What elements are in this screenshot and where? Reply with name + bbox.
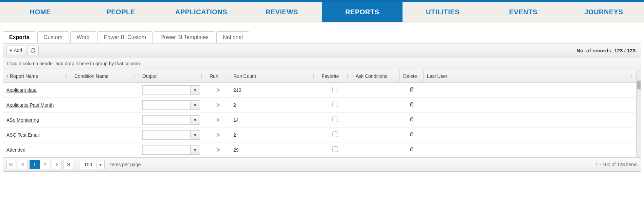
col-condition-name[interactable]: Condition Name ⋮ bbox=[71, 70, 139, 82]
ask-conditions-cell bbox=[352, 133, 400, 137]
report-name-link[interactable]: Applicant data bbox=[6, 87, 37, 93]
col-last-user[interactable]: Last User ⋮ bbox=[424, 70, 636, 82]
trash-icon[interactable] bbox=[409, 87, 414, 92]
last-user-cell bbox=[424, 88, 634, 92]
column-menu-icon[interactable]: ⋮ bbox=[132, 73, 137, 79]
page-size-value: 100 bbox=[80, 160, 96, 169]
play-icon[interactable] bbox=[215, 117, 221, 123]
chevron-down-icon[interactable]: ▾ bbox=[190, 116, 200, 124]
tab[interactable]: Custom bbox=[37, 31, 69, 43]
col-report-name[interactable]: ↑ Report Name ⋮ bbox=[3, 70, 71, 82]
output-select[interactable]: ▾ bbox=[142, 85, 200, 95]
tab[interactable]: Word bbox=[70, 31, 96, 43]
pager-first-icon[interactable] bbox=[6, 160, 16, 169]
tab[interactable]: National bbox=[216, 31, 249, 43]
undo-icon bbox=[30, 48, 36, 53]
last-user-cell bbox=[424, 133, 634, 137]
chevron-down-icon[interactable]: ▾ bbox=[190, 145, 200, 154]
output-select[interactable]: ▾ bbox=[142, 130, 200, 140]
favorite-checkbox[interactable] bbox=[333, 102, 338, 107]
toolbar: + Add No. of records: 123 / 123 bbox=[3, 44, 641, 57]
col-run[interactable]: Run bbox=[206, 70, 230, 82]
last-user-cell bbox=[424, 148, 634, 152]
column-menu-icon[interactable]: ⋮ bbox=[345, 73, 350, 79]
output-select[interactable]: ▾ bbox=[142, 100, 200, 110]
trash-icon[interactable] bbox=[409, 117, 414, 122]
nav-item[interactable]: APPLICATIONS bbox=[161, 2, 242, 22]
nav-item[interactable]: PEOPLE bbox=[80, 2, 161, 22]
pager-prev-icon[interactable] bbox=[18, 160, 28, 169]
chevron-down-icon[interactable]: ▾ bbox=[190, 131, 200, 139]
nav-item[interactable]: UTILITIES bbox=[402, 2, 483, 22]
ask-conditions-cell bbox=[352, 148, 400, 152]
favorite-checkbox[interactable] bbox=[333, 117, 338, 122]
report-name-link[interactable]: Attended bbox=[6, 147, 25, 153]
col-output[interactable]: Output ⋮ bbox=[139, 70, 206, 82]
column-menu-icon[interactable]: ⋮ bbox=[629, 73, 634, 79]
trash-icon[interactable] bbox=[409, 132, 414, 137]
ask-conditions-cell bbox=[352, 103, 400, 107]
vertical-scrollbar[interactable] bbox=[636, 70, 641, 157]
chevron-down-icon[interactable]: ▾ bbox=[190, 86, 200, 95]
col-ask-conditions[interactable]: Ask Conditions ⋮ bbox=[352, 70, 400, 82]
pager-page[interactable]: 2 bbox=[40, 160, 50, 169]
tab[interactable]: Power BI Custom bbox=[97, 31, 153, 43]
add-button[interactable]: + Add bbox=[6, 46, 25, 55]
col-run-count[interactable]: Run Count ⋮ bbox=[230, 70, 318, 82]
trash-icon[interactable] bbox=[409, 102, 414, 107]
column-menu-icon[interactable]: ⋮ bbox=[199, 73, 204, 79]
column-menu-icon[interactable]: ⋮ bbox=[311, 73, 316, 79]
page-size-select[interactable]: 100 ▾ bbox=[80, 160, 105, 169]
nav-item[interactable]: EVENTS bbox=[483, 2, 564, 22]
col-label: Output bbox=[142, 73, 157, 79]
condition-cell bbox=[71, 118, 139, 122]
condition-cell bbox=[71, 88, 139, 92]
pager-next-icon[interactable] bbox=[52, 160, 61, 169]
output-select[interactable]: ▾ bbox=[142, 145, 200, 155]
col-label: Condition Name bbox=[74, 73, 108, 79]
col-label: Last User bbox=[427, 73, 447, 79]
play-icon[interactable] bbox=[215, 102, 221, 108]
nav-item[interactable]: JOURNEYS bbox=[564, 2, 644, 22]
condition-cell bbox=[71, 133, 139, 137]
column-menu-icon[interactable]: ⋮ bbox=[64, 73, 69, 79]
group-drop-hint[interactable]: Drag a column header and drop it here to… bbox=[3, 57, 641, 70]
grid-body: Applicant data▾210Applicants Past Month▾… bbox=[3, 83, 641, 157]
favorite-checkbox[interactable] bbox=[333, 132, 338, 137]
nav-item[interactable]: REPORTS bbox=[322, 2, 402, 22]
page-size-label: items per page bbox=[109, 162, 141, 167]
output-select[interactable]: ▾ bbox=[142, 115, 200, 125]
chevron-down-icon[interactable]: ▾ bbox=[190, 101, 200, 109]
col-label: Run Count bbox=[233, 73, 256, 79]
tab[interactable]: Exports bbox=[3, 31, 36, 43]
column-menu-icon[interactable]: ⋮ bbox=[393, 73, 397, 79]
col-label: Run bbox=[210, 73, 218, 79]
col-delete[interactable]: Delete bbox=[400, 70, 424, 82]
favorite-checkbox[interactable] bbox=[333, 87, 338, 92]
run-count-cell: 210 bbox=[230, 85, 318, 95]
reset-button[interactable] bbox=[27, 46, 39, 55]
plus-icon: + bbox=[10, 48, 12, 53]
play-icon[interactable] bbox=[215, 132, 221, 138]
report-name-link[interactable]: ASo Monitoring bbox=[6, 117, 39, 123]
condition-cell bbox=[71, 103, 139, 107]
chevron-down-icon[interactable]: ▾ bbox=[96, 160, 104, 169]
nav-item[interactable]: HOME bbox=[0, 2, 80, 22]
run-count-cell: 29 bbox=[230, 145, 318, 155]
table-row: Applicant data▾210 bbox=[3, 83, 641, 98]
pager-last-icon[interactable] bbox=[64, 160, 73, 169]
play-icon[interactable] bbox=[215, 87, 221, 93]
run-count-cell: 2 bbox=[230, 100, 318, 110]
sort-asc-icon: ↑ bbox=[6, 74, 8, 79]
nav-item[interactable]: REVIEWS bbox=[242, 2, 322, 22]
pager-page[interactable]: 1 bbox=[30, 160, 40, 169]
col-favorite[interactable]: Favorite ⋮ bbox=[318, 70, 352, 82]
last-user-cell bbox=[424, 118, 634, 122]
play-icon[interactable] bbox=[215, 147, 221, 153]
favorite-checkbox[interactable] bbox=[333, 147, 338, 152]
report-name-link[interactable]: ASO Test Email bbox=[6, 132, 40, 138]
report-name-link[interactable]: Applicants Past Month bbox=[6, 102, 54, 108]
trash-icon[interactable] bbox=[409, 147, 414, 152]
main-nav: HOMEPEOPLEAPPLICATIONSREVIEWSREPORTSUTIL… bbox=[0, 2, 644, 22]
tab[interactable]: Power BI Templates bbox=[154, 31, 215, 43]
